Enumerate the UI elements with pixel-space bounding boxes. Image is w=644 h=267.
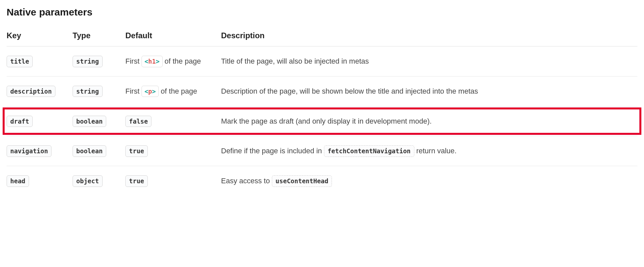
- col-header-default: Default: [125, 27, 221, 46]
- default-text-suffix: of the page: [159, 87, 197, 95]
- param-default: First <h1> of the page: [125, 46, 221, 76]
- param-type-badge: object: [73, 175, 103, 187]
- param-default: true: [125, 166, 221, 196]
- param-default: First <p> of the page: [125, 76, 221, 106]
- param-key-badge: head: [7, 175, 29, 187]
- table-row: headobjecttrueEasy access to useContentH…: [7, 166, 637, 196]
- param-type-badge: boolean: [73, 116, 106, 127]
- param-default-badge: true: [125, 175, 148, 187]
- parameters-table: Key Type Default Description titlestring…: [7, 27, 637, 196]
- param-type-badge: boolean: [73, 145, 106, 157]
- param-type-badge: string: [73, 86, 103, 97]
- col-header-description: Description: [221, 27, 637, 46]
- param-description: Easy access to useContentHead: [221, 166, 637, 196]
- param-type-badge: string: [73, 56, 103, 67]
- param-key-badge: description: [7, 86, 55, 97]
- table-row: draftbooleanfalseMark the page as draft …: [7, 106, 637, 136]
- param-default: true: [125, 136, 221, 166]
- param-description: Mark the page as draft (and only display…: [221, 106, 637, 136]
- param-description: Define if the page is included in fetchC…: [221, 136, 637, 166]
- table-row: navigationbooleantrueDefine if the page …: [7, 136, 637, 166]
- param-key-badge: title: [7, 56, 33, 67]
- desc-text-prefix: Define if the page is included in: [221, 147, 324, 155]
- default-text-suffix: of the page: [163, 57, 201, 65]
- table-row: titlestringFirst <h1> of the pageTitle o…: [7, 46, 637, 76]
- inline-code-badge: useContentHead: [272, 175, 332, 187]
- table-row: descriptionstringFirst <p> of the pageDe…: [7, 76, 637, 106]
- param-default-badge: true: [125, 145, 148, 157]
- param-description: Title of the page, will also be injected…: [221, 46, 637, 76]
- inline-code-badge: fetchContentNavigation: [324, 145, 414, 157]
- col-header-key: Key: [7, 27, 73, 46]
- param-key-badge: navigation: [7, 145, 51, 157]
- default-text-prefix: First: [125, 87, 142, 95]
- desc-text-prefix: Easy access to: [221, 177, 272, 185]
- default-text-prefix: First: [125, 57, 142, 65]
- desc-text-suffix: return value.: [414, 147, 457, 155]
- section-heading: Native parameters: [7, 7, 637, 18]
- param-description: Description of the page, will be shown b…: [221, 76, 637, 106]
- param-default-badge: false: [125, 116, 151, 127]
- param-default: false: [125, 106, 221, 136]
- html-tag-badge: <p>: [142, 86, 159, 97]
- col-header-type: Type: [73, 27, 125, 46]
- param-key-badge: draft: [7, 116, 33, 127]
- html-tag-badge: <h1>: [142, 56, 163, 67]
